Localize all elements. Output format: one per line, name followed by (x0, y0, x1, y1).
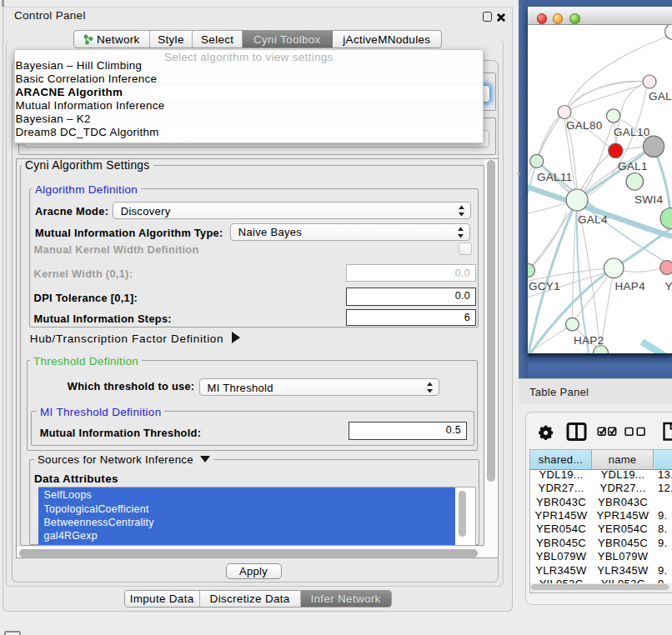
svg-text:GAL11: GAL11 (537, 171, 573, 183)
svg-text:SWI4: SWI4 (634, 193, 663, 206)
svg-text:Y: Y (665, 280, 672, 292)
svg-text:HAP2: HAP2 (574, 334, 604, 347)
svg-text:HAP4: HAP4 (615, 280, 646, 292)
svg-text:GAL2: GAL2 (649, 90, 672, 102)
svg-text:GAL80: GAL80 (566, 119, 603, 132)
svg-text:GAL4: GAL4 (578, 213, 608, 226)
svg-text:GAL1: GAL1 (618, 160, 648, 172)
svg-text:GAL10: GAL10 (614, 126, 650, 138)
svg-text:GCY1: GCY1 (529, 280, 560, 292)
